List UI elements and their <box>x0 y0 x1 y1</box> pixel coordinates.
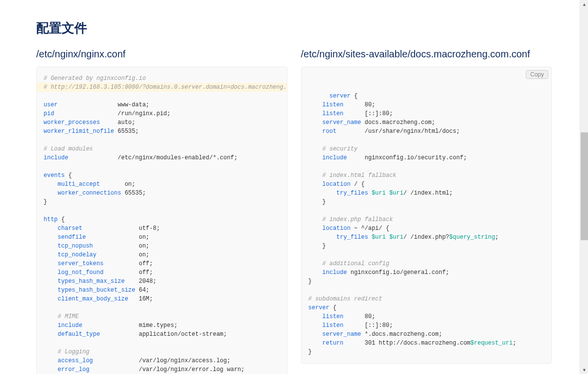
left-column: /etc/nginx/nginx.conf # Generated by ngi… <box>36 49 287 374</box>
columns: /etc/nginx/nginx.conf # Generated by ngi… <box>36 49 552 374</box>
page-container: 配置文件 /etc/nginx/nginx.conf # Generated b… <box>0 0 588 374</box>
scroll-up-button[interactable]: ▲ <box>580 0 588 8</box>
page-scrollbar[interactable]: ▲ ▼ <box>580 0 588 374</box>
scroll-down-button[interactable]: ▼ <box>580 366 588 374</box>
page-title: 配置文件 <box>36 20 552 37</box>
left-filename: /etc/nginx/nginx.conf <box>36 49 287 60</box>
left-code-block[interactable]: # Generated by nginxconfig.io # http://1… <box>36 67 287 374</box>
right-code-block[interactable]: Copy server { listen 80; listen [::]:80;… <box>301 67 552 364</box>
scroll-thumb[interactable] <box>581 132 588 240</box>
copy-button[interactable]: Copy <box>526 70 548 79</box>
right-column: /etc/nginx/sites-available/docs.macrozhe… <box>301 49 552 374</box>
right-filename: /etc/nginx/sites-available/docs.macrozhe… <box>301 49 552 60</box>
